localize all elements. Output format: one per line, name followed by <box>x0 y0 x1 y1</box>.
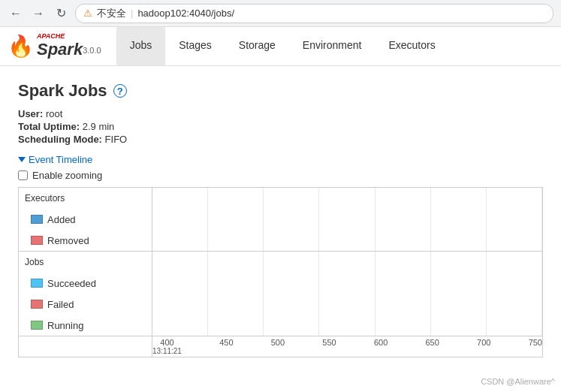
removed-color-box <box>31 236 43 245</box>
executors-section: Executors Added Removed <box>19 188 542 252</box>
tick-750: 750 <box>529 338 542 355</box>
address-bar[interactable]: ⚠ 不安全 | hadoop102:4040/jobs/ <box>75 4 553 23</box>
executors-removed-row: Removed <box>19 230 542 251</box>
security-icon: ⚠ <box>83 8 92 19</box>
tab-executors[interactable]: Executors <box>375 27 448 65</box>
legend-running: Running <box>25 318 146 333</box>
executors-header-row: Executors <box>19 188 542 209</box>
tick-650: 650 <box>425 338 439 355</box>
tick-400: 400 13:11:21 <box>152 338 182 355</box>
executors-added-label: Added <box>19 209 152 230</box>
tab-jobs[interactable]: Jobs <box>116 27 166 65</box>
jobs-succeeded-chart <box>152 273 542 294</box>
xaxis-ticks: 400 13:11:21 450 500 550 600 650 <box>152 336 542 357</box>
forward-button[interactable]: → <box>30 5 47 22</box>
page-title: Spark Jobs <box>18 81 107 101</box>
executors-label: Executors <box>19 188 152 209</box>
info-section: User: root Total Uptime: 2.9 min Schedul… <box>18 108 543 145</box>
spark-logo: 🔥 APACHE Spark 3.0.0 <box>8 33 101 59</box>
executors-chart <box>152 188 542 209</box>
tab-environment[interactable]: Environment <box>289 27 376 65</box>
top-nav: 🔥 APACHE Spark 3.0.0 Jobs Stages Storage… <box>0 27 561 66</box>
legend-added: Added <box>25 213 146 227</box>
legend-succeeded: Succeeded <box>25 276 146 291</box>
added-color-box <box>31 215 43 224</box>
tick-550: 550 <box>322 338 336 355</box>
url-divider: | <box>131 8 133 19</box>
jobs-failed-chart <box>152 294 542 315</box>
scheduling-row: Scheduling Mode: FIFO <box>18 134 543 145</box>
jobs-running-row: Running <box>19 315 542 336</box>
back-button[interactable]: ← <box>8 5 24 22</box>
jobs-failed-row: Failed <box>19 294 542 315</box>
url-text: hadoop102:4040/jobs/ <box>137 8 234 19</box>
tab-stages[interactable]: Stages <box>165 27 225 65</box>
nav-tabs: Jobs Stages Storage Environment Executor… <box>116 27 449 65</box>
help-badge[interactable]: ? <box>113 84 127 98</box>
xaxis-row: 400 13:11:21 450 500 550 600 650 <box>19 336 542 357</box>
executors-removed-chart <box>152 230 542 251</box>
spark-flame-icon: 🔥 <box>8 36 34 57</box>
jobs-running-chart <box>152 315 542 336</box>
main-content: Spark Jobs ? User: root Total Uptime: 2.… <box>0 66 561 372</box>
version-badge: 3.0.0 <box>83 46 101 55</box>
executors-removed-label: Removed <box>19 230 152 251</box>
event-timeline-toggle[interactable]: Event Timeline <box>18 154 543 165</box>
tick-700: 700 <box>477 338 490 355</box>
uptime-row: Total Uptime: 2.9 min <box>18 121 543 132</box>
succeeded-color-box <box>31 279 43 288</box>
jobs-running-label: Running <box>19 315 152 336</box>
tick-600: 600 <box>374 338 388 355</box>
jobs-label: Jobs <box>19 252 152 273</box>
tick-450: 450 <box>219 338 233 355</box>
tick-500: 500 <box>271 338 285 355</box>
jobs-header-row: Jobs <box>19 252 542 273</box>
zoom-checkbox-row: Enable zooming <box>18 170 543 181</box>
xaxis-label-spacer <box>19 336 152 357</box>
jobs-section: Jobs Succeeded Failed <box>19 252 542 336</box>
jobs-succeeded-row: Succeeded <box>19 273 542 294</box>
security-label: 不安全 <box>97 7 126 20</box>
zoom-checkbox[interactable] <box>18 170 28 180</box>
tab-storage[interactable]: Storage <box>225 27 289 65</box>
triangle-down-icon <box>18 157 26 162</box>
timeline-container: Executors Added Removed <box>18 187 543 357</box>
failed-color-box <box>31 300 43 309</box>
legend-failed: Failed <box>25 297 146 312</box>
browser-chrome: ← → ↻ ⚠ 不安全 | hadoop102:4040/jobs/ <box>0 0 561 27</box>
jobs-chart-header <box>152 252 542 273</box>
running-color-box <box>31 321 43 330</box>
executors-added-row: Added <box>19 209 542 230</box>
reload-button[interactable]: ↻ <box>53 5 69 22</box>
zoom-label: Enable zooming <box>32 170 102 181</box>
spark-logo-text: Spark <box>37 40 83 59</box>
page-title-row: Spark Jobs ? <box>18 81 543 101</box>
executors-added-chart <box>152 209 542 230</box>
legend-removed: Removed <box>25 234 146 248</box>
user-row: User: root <box>18 108 543 119</box>
jobs-succeeded-label: Succeeded <box>19 273 152 294</box>
jobs-failed-label: Failed <box>19 294 152 315</box>
